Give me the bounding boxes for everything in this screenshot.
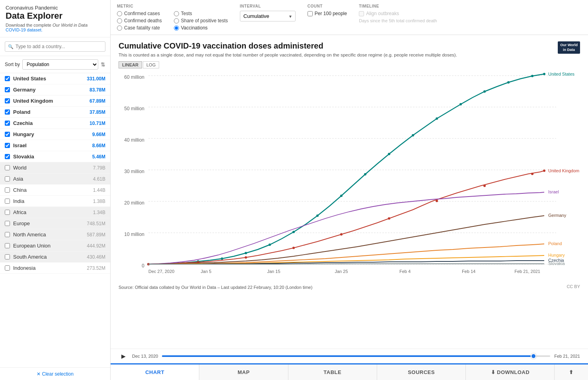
- svg-text:Germany: Germany: [548, 213, 567, 218]
- country-pop: 7.79B: [93, 165, 105, 171]
- metric-tests[interactable]: Tests: [174, 11, 228, 16]
- list-item[interactable]: Asia4.61B: [0, 173, 110, 185]
- country-pop: 1.44B: [93, 187, 105, 193]
- top-controls: METRIC Confirmed cases Confirmed deaths …: [111, 0, 588, 35]
- metric-positive-tests[interactable]: Share of positive tests: [174, 18, 228, 23]
- country-name: Africa: [13, 209, 93, 215]
- svg-text:Jan 15: Jan 15: [267, 269, 280, 274]
- metric-confirmed-deaths[interactable]: Confirmed deaths: [117, 18, 162, 23]
- sort-order-icon[interactable]: ⇅: [101, 61, 105, 68]
- svg-text:10 million: 10 million: [124, 232, 144, 237]
- metric-label: METRIC: [117, 4, 162, 8]
- list-item[interactable]: China1.44B: [0, 185, 110, 196]
- linear-scale-button[interactable]: LINEAR: [119, 61, 142, 68]
- svg-point-29: [340, 195, 343, 197]
- country-pop: 5.46M: [92, 154, 105, 160]
- chart-title-section: Cumulative COVID-19 vaccination doses ad…: [119, 41, 580, 58]
- list-item[interactable]: United Kingdom67.89M: [0, 95, 110, 107]
- country-name: Poland: [13, 109, 90, 115]
- svg-text:40 million: 40 million: [124, 137, 144, 143]
- country-name: United Kingdom: [13, 98, 90, 104]
- list-item[interactable]: Hungary9.66M: [0, 129, 110, 140]
- list-item[interactable]: India1.38B: [0, 196, 110, 207]
- svg-point-35: [483, 90, 486, 93]
- sort-select[interactable]: Population Alphabetical Total cases Tota…: [22, 59, 98, 70]
- metric-case-fatality[interactable]: Case fatality rate: [117, 25, 162, 31]
- list-item[interactable]: Africa1.34B: [0, 207, 110, 218]
- country-pop: 10.71M: [90, 121, 105, 126]
- svg-point-36: [507, 81, 510, 84]
- svg-text:Jan 25: Jan 25: [335, 269, 348, 274]
- svg-text:Hungary: Hungary: [548, 253, 565, 257]
- svg-point-47: [483, 185, 486, 187]
- country-name: Asia: [13, 176, 93, 182]
- tab-sources[interactable]: SOURCES: [377, 364, 466, 380]
- list-item[interactable]: Poland37.85M: [0, 107, 110, 118]
- svg-text:Slovakia: Slovakia: [548, 261, 565, 266]
- country-pop: 1.34B: [93, 210, 105, 215]
- search-input[interactable]: [5, 41, 105, 52]
- right-panel: METRIC Confirmed cases Confirmed deaths …: [111, 0, 588, 380]
- svg-text:30 million: 30 million: [124, 169, 144, 174]
- tab-table[interactable]: TABLE: [288, 364, 377, 380]
- svg-point-45: [388, 217, 390, 220]
- list-item[interactable]: South America430.46M: [0, 251, 110, 263]
- tab-chart[interactable]: CHART: [111, 364, 199, 380]
- chart-container: 60 million 50 million 40 million 30 mill…: [119, 72, 580, 283]
- timeline-slider[interactable]: [162, 352, 550, 360]
- align-outbreaks-checkbox[interactable]: Align outbreaks: [359, 11, 437, 16]
- log-scale-button[interactable]: LOG: [143, 61, 159, 68]
- download-text: Download the complete Our World in Data …: [6, 23, 105, 32]
- metric-radio-group: Confirmed cases Confirmed deaths Case fa…: [117, 11, 162, 31]
- svg-point-43: [292, 247, 295, 249]
- svg-text:0: 0: [142, 263, 144, 269]
- main-chart-svg: 60 million 50 million 40 million 30 mill…: [119, 72, 580, 283]
- chart-subtitle: This is counted as a single dose, and ma…: [119, 52, 477, 58]
- list-item[interactable]: Germany83.78M: [0, 84, 110, 95]
- country-name: North America: [13, 232, 87, 238]
- country-pop: 8.66M: [92, 143, 105, 148]
- svg-point-27: [292, 231, 295, 233]
- per-100-checkbox[interactable]: Per 100 people: [308, 11, 347, 16]
- list-item[interactable]: United States331.00M: [0, 73, 110, 84]
- country-pop: 273.52M: [87, 265, 105, 271]
- list-item[interactable]: Israel8.66M: [0, 140, 110, 151]
- play-button[interactable]: ▶: [119, 351, 128, 361]
- list-item[interactable]: World7.79B: [0, 162, 110, 173]
- svg-text:Feb 21, 2021: Feb 21, 2021: [514, 269, 540, 274]
- country-pop: 67.89M: [90, 98, 105, 104]
- list-item[interactable]: Czechia10.71M: [0, 118, 110, 129]
- country-name: Germany: [13, 87, 90, 93]
- svg-point-38: [543, 73, 545, 75]
- clear-selection: Clear selection: [0, 367, 110, 380]
- tab-download[interactable]: ⬇ DOWNLOAD: [466, 364, 555, 380]
- country-name: South America: [13, 254, 87, 260]
- metric-vaccinations[interactable]: Vaccinations: [174, 25, 228, 31]
- list-item[interactable]: European Union444.92M: [0, 240, 110, 251]
- interval-select[interactable]: Cumulative Daily Weekly Biweekly: [240, 11, 296, 21]
- tab-share[interactable]: ⬆: [555, 364, 588, 380]
- timeline-bar: ▶ Dec 13, 2020 Feb 21, 2021: [111, 349, 588, 363]
- country-name: Czechia: [13, 120, 90, 126]
- metric-radio-group-2: Tests Share of positive tests Vaccinatio…: [174, 11, 228, 31]
- sort-row: Sort by Population Alphabetical Total ca…: [0, 56, 110, 73]
- interval-label: INTERVAL: [240, 4, 296, 8]
- list-item[interactable]: Slovakia5.46M: [0, 151, 110, 162]
- clear-link[interactable]: Clear selection: [37, 371, 74, 377]
- list-item[interactable]: North America587.89M: [0, 229, 110, 240]
- timeline-start: Dec 13, 2020: [132, 354, 158, 359]
- tab-map[interactable]: MAP: [199, 364, 288, 380]
- sidebar-header: Coronavirus Pandemic Data Explorer Downl…: [0, 0, 110, 37]
- dataset-link[interactable]: COVID-19 dataset.: [6, 27, 43, 32]
- metric-confirmed-cases[interactable]: Confirmed cases: [117, 11, 162, 16]
- list-item[interactable]: Indonesia273.52M: [0, 263, 110, 274]
- list-item[interactable]: Europe748.51M: [0, 218, 110, 229]
- svg-point-25: [245, 252, 247, 254]
- country-name: World: [13, 165, 93, 171]
- app-title: Data Explorer: [6, 11, 105, 21]
- svg-point-30: [364, 173, 366, 175]
- chart-title: Cumulative COVID-19 vaccination doses ad…: [119, 41, 580, 51]
- timeline-sub: Days since the 5th total confirmed death: [359, 18, 437, 23]
- svg-point-26: [269, 244, 271, 246]
- svg-point-42: [245, 256, 247, 259]
